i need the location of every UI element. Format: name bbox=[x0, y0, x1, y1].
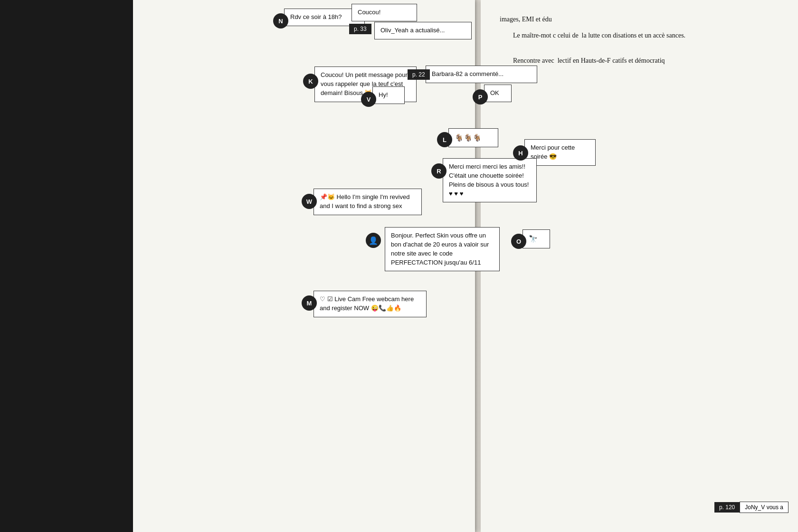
msg-ok: OK bbox=[484, 85, 512, 102]
avatar-w: W bbox=[302, 194, 317, 209]
avatar-perfectskin: 👤 bbox=[366, 233, 381, 248]
left-margin bbox=[0, 0, 133, 532]
avatar-m: M bbox=[302, 295, 317, 311]
msg-o-emoji: 🔭 bbox=[522, 229, 550, 248]
avatar-l: L bbox=[437, 132, 452, 147]
avatar-o: O bbox=[511, 234, 526, 249]
avatar-k: K bbox=[303, 74, 318, 89]
msg-m-text: ♡ ☑ Live Cam Free webcam here and regist… bbox=[314, 291, 427, 317]
msg-r-text: Merci merci merci les amis!! C'était une… bbox=[443, 158, 537, 202]
book-spread: N Rdv ce soir à 18h? Coucou! p. 33 Oliv_… bbox=[0, 0, 798, 532]
page-action-label: JoNy_V vous a bbox=[740, 502, 788, 513]
right-text-3: Rencontre avec lectif en Hauts-de-F cati… bbox=[500, 56, 779, 66]
msg-barbara: Barbara-82 a commenté... bbox=[426, 66, 537, 83]
avatar-v: V bbox=[361, 92, 376, 107]
label-p22: p. 22 bbox=[408, 69, 430, 80]
msg-coucou: Coucou! bbox=[352, 4, 417, 21]
avatar-r: R bbox=[431, 163, 446, 179]
avatar-h: H bbox=[513, 145, 528, 161]
bottom-label: p. 120 JoNy_V vous a bbox=[714, 502, 788, 513]
msg-l-emoji: 🐐🐐🐐 bbox=[448, 128, 498, 147]
left-page: N Rdv ce soir à 18h? Coucou! p. 33 Oliv_… bbox=[133, 0, 475, 532]
right-text-2: Le maître-mot c celui de la lutte con di… bbox=[500, 30, 779, 41]
avatar-p: P bbox=[473, 89, 488, 104]
msg-w-text: 📌🐱 Hello I'm single I'm revived and I wa… bbox=[314, 189, 422, 215]
msg-hy: Hy! bbox=[372, 86, 405, 104]
page-num-label: p. 120 bbox=[714, 502, 740, 513]
avatar-n1: N bbox=[273, 13, 288, 28]
right-text-1: images, EMI et édu bbox=[500, 14, 779, 25]
label-p33: p. 33 bbox=[349, 24, 371, 34]
msg-oliv-yeah: Oliv_Yeah a actualisé... bbox=[374, 22, 472, 39]
msg-perfectskin-text: Bonjour. Perfect Skin vous offre un bon … bbox=[385, 227, 500, 271]
